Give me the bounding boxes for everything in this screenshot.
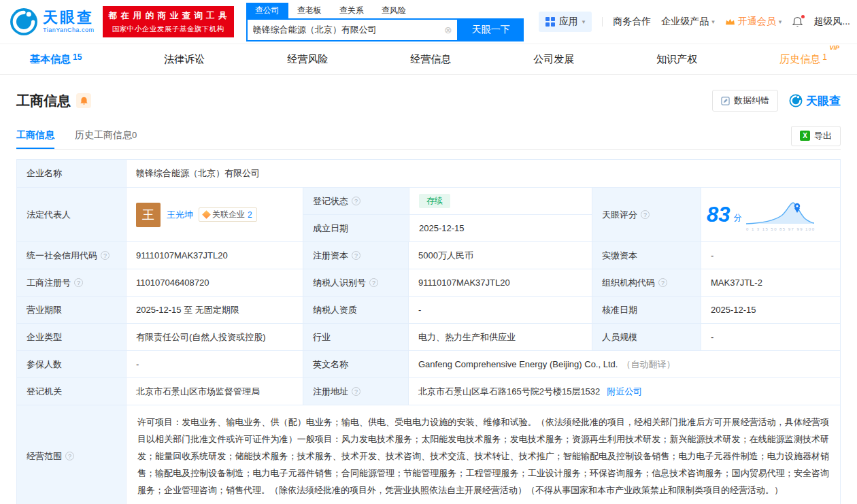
- value-organization-code: MAK37JTL-2: [701, 269, 840, 296]
- top-header: 天眼查 TianYanCha.com 都 在 用 的 商 业 查 询 工 具 国…: [0, 0, 857, 44]
- value-registration-number: 110107046408720: [126, 269, 303, 296]
- notification-dot: [801, 15, 805, 18]
- label-business-scope: 经营范围?: [17, 405, 126, 504]
- tab-legal-proceedings[interactable]: 法律诉讼: [163, 50, 206, 69]
- subscribe-bell-icon[interactable]: [76, 93, 91, 108]
- table-row: 经营范围? 许可项目：发电业务、输电业务、供（配）电业务；输电、供电、受电电力设…: [17, 405, 840, 504]
- search-tab-risk[interactable]: 查风险: [373, 3, 415, 18]
- logo-text: 天眼查: [43, 10, 95, 25]
- table-row: 参保人数 - 英文名称 Ganfeng Comprehensive Energy…: [17, 350, 840, 377]
- excel-icon: X: [800, 131, 810, 141]
- value-industry: 电力、热力生产和供应业: [408, 324, 592, 350]
- search-tab-company[interactable]: 查公司: [246, 3, 288, 18]
- info-icon[interactable]: ?: [352, 197, 360, 205]
- info-icon[interactable]: ?: [352, 387, 360, 396]
- label-staff-size: 人员规模: [592, 324, 701, 350]
- menu-enterprise-products[interactable]: 企业级产品 ▾: [661, 16, 715, 28]
- value-registered-address: 北京市石景山区阜石路165号院2号楼15层1532 附近公司: [408, 378, 840, 405]
- chevron-down-icon: ▾: [582, 18, 586, 25]
- tab-company-development[interactable]: 公司发展: [532, 50, 575, 69]
- label-taxpayer-qualification: 纳税人资质: [303, 297, 408, 323]
- label-paid-capital: 实缴资本: [592, 242, 701, 269]
- promo-line2: 国家中小企业发展子基金旗下机构: [109, 23, 228, 34]
- table-row: 营业期限 2025-12-15 至 无固定期限 纳税人资质 - 核准日期 202…: [17, 296, 840, 323]
- info-icon[interactable]: ?: [101, 251, 110, 260]
- tab-count: 1: [822, 52, 827, 62]
- value-establish-date: 2025-12-15: [409, 215, 592, 241]
- legal-rep-avatar[interactable]: 王: [136, 203, 161, 227]
- label-legal-representative: 法定代表人: [17, 188, 126, 241]
- nearby-companies-link[interactable]: 附近公司: [607, 386, 642, 398]
- tianyancha-logo-icon: [789, 94, 803, 107]
- value-taxpayer-qualification: -: [408, 297, 592, 323]
- diamond-icon: [202, 210, 211, 219]
- promo-badge: 都 在 用 的 商 业 查 询 工 具 国家中小企业发展子基金旗下机构: [103, 6, 234, 37]
- divider: [602, 17, 603, 27]
- table-row: 法定代表人 王 王光坤 关联企业 2 登记状态?: [17, 187, 840, 241]
- table-row: 企业名称 赣锋综合能源（北京）有限公司: [17, 160, 840, 187]
- search-type-tabs: 查公司 查老板 查关系 查风险: [246, 3, 524, 18]
- data-correction-button[interactable]: 数据纠错: [712, 90, 778, 112]
- value-registered-capital: 5000万人民币: [408, 242, 592, 269]
- search-tab-boss[interactable]: 查老板: [288, 3, 331, 18]
- tab-intellectual-property[interactable]: 知识产权: [655, 50, 699, 69]
- value-tianyan-score[interactable]: 83 分 0 1 3 15 50 85 97 99 100: [701, 188, 840, 241]
- info-icon[interactable]: ?: [658, 278, 667, 287]
- export-button[interactable]: X 导出: [791, 126, 841, 146]
- tab-history-info[interactable]: 历史信息1 VIP: [778, 50, 828, 69]
- subtab-business-info[interactable]: 工商信息: [16, 122, 54, 149]
- menu-business-cooperation[interactable]: 商务合作: [613, 16, 651, 28]
- apps-menu-label: 应用: [559, 16, 578, 28]
- subtab-history-business-info[interactable]: 历史工商信息0: [75, 122, 137, 149]
- business-info-subtabs: 工商信息 历史工商信息0 X 导出: [16, 122, 841, 150]
- value-registration-status: 存续: [409, 188, 592, 214]
- info-icon[interactable]: ?: [65, 452, 74, 460]
- value-business-scope: 许可项目：发电业务、输电业务、供（配）电业务；输电、供电、受电电力设施的安装、维…: [126, 405, 840, 504]
- score-number: 83: [707, 204, 730, 225]
- clear-search-icon[interactable]: ⊗: [444, 24, 452, 35]
- edit-icon: [721, 97, 730, 105]
- tianyancha-logo[interactable]: 天眼查 TianYanCha.com: [10, 7, 95, 36]
- tianyancha-watermark: 天眼查: [789, 93, 841, 109]
- value-registration-authority: 北京市石景山区市场监督管理局: [126, 378, 303, 405]
- menu-open-membership[interactable]: 开通会员 ▾: [725, 16, 782, 28]
- value-legal-representative: 王 王光坤 关联企业 2: [126, 188, 303, 241]
- main-content: 工商信息 数据纠错: [0, 75, 857, 504]
- legal-rep-name-link[interactable]: 王光坤: [167, 209, 193, 221]
- header-right-menu: 应用 ▾ 商务合作 企业级产品 ▾ 开通会员 ▾: [539, 12, 850, 32]
- value-taxpayer-id: 91110107MAK37JTL20: [408, 269, 592, 296]
- search-button[interactable]: 天眼一下: [458, 18, 524, 41]
- apps-grid-icon: [545, 17, 555, 27]
- apps-menu[interactable]: 应用 ▾: [539, 12, 592, 32]
- info-icon[interactable]: ?: [641, 210, 650, 219]
- tab-count: 15: [73, 52, 82, 62]
- notification-bell-icon[interactable]: [792, 16, 803, 28]
- label-registration-status: 登记状态?: [303, 188, 409, 214]
- value-company-name: 赣锋综合能源（北京）有限公司: [126, 160, 840, 187]
- tab-basic-info[interactable]: 基本信息15: [29, 50, 83, 69]
- value-company-type: 有限责任公司(自然人投资或控股): [126, 324, 303, 350]
- info-icon[interactable]: ?: [74, 278, 83, 287]
- tab-operational-risk[interactable]: 经营风险: [286, 50, 329, 69]
- search-tab-relation[interactable]: 查关系: [331, 3, 373, 18]
- company-nav-tabs: 基本信息15 法律诉讼 经营风险 经营信息 公司发展 知识产权 历史信息1 VI…: [0, 44, 857, 75]
- label-business-term: 营业期限: [17, 297, 126, 323]
- label-taxpayer-id: 纳税人识别号?: [303, 269, 408, 296]
- tianyancha-company-page: 天眼查 TianYanCha.com 都 在 用 的 商 业 查 询 工 具 国…: [0, 0, 857, 504]
- related-companies-tag[interactable]: 关联企业 2: [199, 207, 257, 222]
- info-icon[interactable]: ?: [369, 278, 378, 287]
- label-company-type: 企业类型: [17, 324, 126, 350]
- label-organization-code: 组织机构代码?: [592, 269, 701, 296]
- label-establish-date: 成立日期: [303, 215, 409, 241]
- info-icon[interactable]: ?: [352, 251, 360, 260]
- value-credit-code: 91110107MAK37JTL20: [126, 242, 303, 269]
- tab-business-info[interactable]: 经营信息: [409, 50, 452, 69]
- label-insured-count: 参保人数: [17, 351, 126, 377]
- menu-super-risk[interactable]: 超级风...: [813, 16, 850, 28]
- table-row: 工商注册号? 110107046408720 纳税人识别号? 91110107M…: [17, 269, 840, 296]
- label-registered-address: 注册地址?: [303, 378, 408, 405]
- search-input[interactable]: [248, 24, 444, 35]
- value-english-name: Ganfeng Comprehensive Energy (Beijing) C…: [408, 351, 840, 377]
- label-registered-capital: 注册资本?: [303, 242, 408, 269]
- label-registration-authority: 登记机关: [17, 378, 126, 405]
